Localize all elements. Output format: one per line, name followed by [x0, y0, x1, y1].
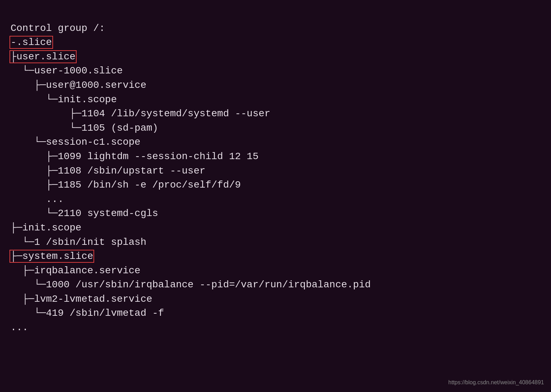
line-init-scope: └─init.scope [11, 93, 540, 107]
line-irqbalance: ├─irqbalance.service [11, 264, 540, 278]
line-session-c1: └─session-c1.scope [11, 135, 540, 150]
highlight-box: ├user.slice [11, 51, 76, 62]
line-user-at-1000: ├─user@1000.service [11, 78, 540, 93]
line-user-1000: └─user-1000.slice [11, 64, 540, 78]
watermark: https://blog.csdn.net/weixin_40864891 [448, 379, 544, 386]
highlight-box: -.slice [11, 37, 52, 48]
terminal-output: Control group /:-.slice├user.slice └─use… [0, 0, 551, 342]
line-control-group: Control group /: [11, 21, 540, 36]
line-2110: └─2110 systemd-cgls [11, 207, 540, 221]
line-ellipsis1: ... [11, 192, 540, 207]
line-419: └─419 /sbin/lvmetad -f [11, 306, 540, 321]
highlight-box: ├─system.slice [11, 251, 93, 262]
line-1105: └─1105 (sd-pam) [11, 121, 540, 136]
line-dot-slice: -.slice [11, 35, 540, 50]
line-1000-irq: └─1000 /usr/sbin/irqbalance --pid=/var/r… [11, 278, 540, 292]
line-user-slice: ├user.slice [11, 50, 540, 64]
line-1108: ├─1108 /sbin/upstart --user [11, 164, 540, 178]
line-1104: ├─1104 /lib/systemd/systemd --user [11, 107, 540, 121]
line-ellipsis2: ... [11, 321, 540, 335]
line-1-sbin: └─1 /sbin/init splash [11, 235, 540, 250]
line-1099: ├─1099 lightdm --session-child 12 15 [11, 150, 540, 164]
line-init-scope2: ├─init.scope [11, 221, 540, 235]
line-system-slice: ├─system.slice [11, 249, 540, 264]
line-1185: ├─1185 /bin/sh -e /proc/self/fd/9 [11, 178, 540, 192]
line-lvm2: ├─lvm2-lvmetad.service [11, 292, 540, 307]
